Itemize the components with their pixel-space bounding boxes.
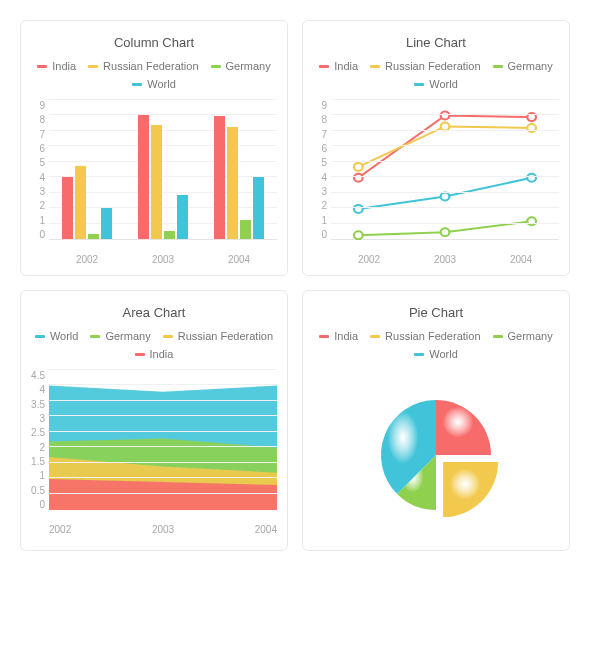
x-tick-label: 2003 <box>434 254 456 265</box>
bar <box>177 195 188 239</box>
bar <box>75 166 86 239</box>
legend: IndiaRussian FederationGermanyWorld <box>313 60 559 90</box>
line-point <box>527 217 536 225</box>
legend-item: World <box>414 348 458 360</box>
bar-group <box>214 116 264 239</box>
y-tick-label: 5 <box>313 157 327 168</box>
area-chart-card: Area Chart WorldGermanyRussian Federatio… <box>20 290 288 551</box>
line-point <box>527 174 536 182</box>
y-tick-label: 8 <box>31 114 45 125</box>
legend-label: Germany <box>105 330 150 342</box>
legend-item: World <box>132 78 176 90</box>
y-tick-label: 0 <box>31 499 45 510</box>
y-tick-label: 5 <box>31 157 45 168</box>
y-tick-label: 3.5 <box>31 399 45 410</box>
legend-label: World <box>429 348 458 360</box>
legend-swatch <box>319 335 329 338</box>
column-plot: 0123456789 200220032004 <box>31 100 277 265</box>
y-tick-label: 1.5 <box>31 456 45 467</box>
legend-item: India <box>319 60 358 72</box>
line-point <box>354 174 363 182</box>
legend: IndiaRussian FederationGermanyWorld <box>31 60 277 90</box>
pie-chart-card: Pie Chart IndiaRussian FederationGermany… <box>302 290 570 551</box>
x-tick-label: 2004 <box>228 254 250 265</box>
bar <box>62 177 73 239</box>
line-point <box>354 163 363 171</box>
y-tick-label: 7 <box>313 129 327 140</box>
bar-group <box>62 166 112 239</box>
y-tick-label: 9 <box>313 100 327 111</box>
y-tick-label: 0 <box>313 229 327 240</box>
y-tick-label: 3 <box>31 186 45 197</box>
line-point <box>354 231 363 239</box>
legend-item: Germany <box>90 330 150 342</box>
y-tick-label: 6 <box>31 143 45 154</box>
legend-swatch <box>493 335 503 338</box>
legend-swatch <box>370 65 380 68</box>
legend-swatch <box>211 65 221 68</box>
y-tick-label: 1 <box>31 215 45 226</box>
y-tick-label: 2 <box>31 200 45 211</box>
bar <box>240 220 251 239</box>
bar <box>214 116 225 239</box>
bar <box>101 208 112 239</box>
y-tick-label: 4 <box>31 172 45 183</box>
legend-label: Russian Federation <box>385 60 480 72</box>
legend: IndiaRussian FederationGermanyWorld <box>313 330 559 360</box>
column-chart-card: Column Chart IndiaRussian FederationGerm… <box>20 20 288 276</box>
legend-swatch <box>414 83 424 86</box>
legend-label: India <box>150 348 174 360</box>
area-plot: 00.511.522.533.544.5 200220032004 <box>31 370 277 535</box>
y-tick-label: 2 <box>313 200 327 211</box>
line-point <box>441 192 450 200</box>
legend-label: Germany <box>508 60 553 72</box>
bar <box>164 231 175 239</box>
legend-swatch <box>90 335 100 338</box>
y-tick-label: 3 <box>31 413 45 424</box>
legend-swatch <box>370 335 380 338</box>
y-tick-label: 8 <box>313 114 327 125</box>
y-tick-label: 2.5 <box>31 427 45 438</box>
legend-item: Germany <box>493 330 553 342</box>
legend-label: Russian Federation <box>103 60 198 72</box>
y-tick-label: 7 <box>31 129 45 140</box>
legend-swatch <box>88 65 98 68</box>
legend-item: India <box>135 348 174 360</box>
line-point <box>441 112 450 120</box>
line-point <box>441 228 450 236</box>
legend-label: World <box>429 78 458 90</box>
legend-item: World <box>35 330 79 342</box>
x-tick-label: 2002 <box>358 254 380 265</box>
legend-label: World <box>147 78 176 90</box>
y-tick-label: 0.5 <box>31 485 45 496</box>
legend-swatch <box>163 335 173 338</box>
legend-swatch <box>414 353 424 356</box>
line-chart-card: Line Chart IndiaRussian FederationGerman… <box>302 20 570 276</box>
x-tick-label: 2003 <box>152 524 174 535</box>
legend-label: India <box>334 330 358 342</box>
y-tick-label: 4 <box>31 384 45 395</box>
y-tick-label: 4 <box>313 172 327 183</box>
legend-swatch <box>135 353 145 356</box>
y-tick-label: 1 <box>313 215 327 226</box>
bar <box>138 115 149 239</box>
legend-item: World <box>414 78 458 90</box>
pie-svg <box>361 380 511 530</box>
legend-swatch <box>132 83 142 86</box>
line-point <box>354 205 363 213</box>
bar <box>88 234 99 239</box>
x-tick-label: 2002 <box>76 254 98 265</box>
legend-item: Russian Federation <box>88 60 198 72</box>
legend-label: Germany <box>226 60 271 72</box>
legend-label: World <box>50 330 79 342</box>
y-tick-label: 0 <box>31 229 45 240</box>
legend-label: Russian Federation <box>178 330 273 342</box>
chart-title: Pie Chart <box>313 305 559 320</box>
legend-item: Russian Federation <box>163 330 273 342</box>
bar <box>227 127 238 239</box>
bar-group <box>138 115 188 239</box>
y-tick-label: 4.5 <box>31 370 45 381</box>
line-plot: 0123456789 200220032004 <box>313 100 559 265</box>
legend-label: Germany <box>508 330 553 342</box>
y-tick-label: 6 <box>313 143 327 154</box>
